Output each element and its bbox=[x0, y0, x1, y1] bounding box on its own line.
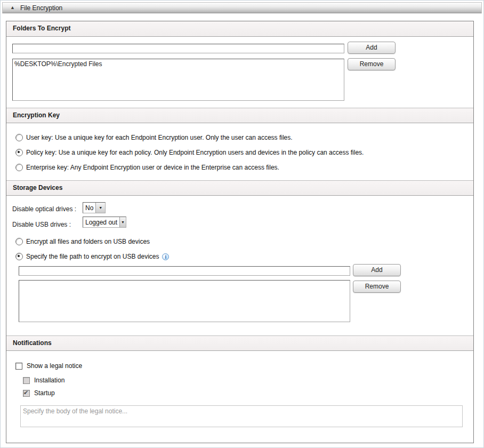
specify-usb-path-radio[interactable] bbox=[15, 253, 23, 260]
chevron-down-icon[interactable]: ▼ bbox=[119, 217, 126, 227]
collapse-triangle-icon[interactable]: ▲ bbox=[10, 5, 15, 10]
usb-path-input[interactable] bbox=[19, 266, 350, 276]
policy-key-radio[interactable] bbox=[15, 149, 23, 156]
show-legal-notice-checkbox-row[interactable]: Show a legal notice bbox=[15, 362, 82, 370]
specify-usb-path-radio-row[interactable]: Specify the file path to encrypt on USB … bbox=[15, 253, 169, 260]
installation-checkbox bbox=[23, 377, 30, 384]
user-key-radio-row[interactable]: User key: Use a unique key for each Endp… bbox=[15, 134, 293, 141]
info-icon[interactable]: i bbox=[162, 253, 169, 260]
encrypt-all-usb-radio[interactable] bbox=[15, 238, 23, 245]
file-encryption-collapse-bar[interactable]: ▲ File Encryption bbox=[2, 2, 482, 13]
user-key-radio-label: User key: Use a unique key for each Endp… bbox=[26, 134, 293, 141]
startup-label: Startup bbox=[34, 389, 55, 397]
usb-path-add-button[interactable]: Add bbox=[353, 264, 401, 276]
show-legal-notice-checkbox[interactable] bbox=[15, 363, 22, 370]
policy-key-radio-label: Policy key: Use a unique key for each po… bbox=[26, 149, 364, 156]
file-encryption-page: ▲ File Encryption Folders To Encrypt Add… bbox=[0, 0, 484, 448]
folders-listbox[interactable]: %DESKTOP%\Encrypted Files bbox=[12, 59, 344, 101]
folder-path-input[interactable] bbox=[12, 44, 344, 53]
chevron-down-icon[interactable]: ▼ bbox=[95, 203, 105, 213]
disable-optical-drives-label: Disable optical drives : bbox=[12, 205, 76, 213]
encrypt-all-usb-radio-label: Encrypt all files and folders on USB dev… bbox=[26, 238, 150, 245]
installation-label: Installation bbox=[34, 377, 64, 384]
folders-add-button[interactable]: Add bbox=[348, 42, 396, 54]
section-header-encryption-key: Encryption Key bbox=[6, 108, 473, 123]
folders-list-item[interactable]: %DESKTOP%\Encrypted Files bbox=[13, 59, 344, 69]
startup-checkbox-row: ✔ Startup bbox=[23, 389, 55, 397]
check-icon: ✔ bbox=[23, 389, 28, 396]
disable-optical-drives-select[interactable]: No ▼ bbox=[83, 202, 106, 213]
section-header-notifications: Notifications bbox=[6, 335, 473, 351]
specify-usb-path-radio-label: Specify the file path to encrypt on USB … bbox=[26, 253, 159, 260]
section-header-folders: Folders To Encrypt bbox=[6, 21, 473, 37]
installation-checkbox-row: Installation bbox=[23, 377, 64, 384]
folders-remove-button[interactable]: Remove bbox=[348, 58, 396, 70]
enterprise-key-radio-label: Enterprise key: Any Endpoint Encryption … bbox=[26, 164, 279, 171]
user-key-radio[interactable] bbox=[15, 134, 23, 141]
disable-usb-drives-select[interactable]: Logged out ▼ bbox=[83, 217, 126, 228]
usb-path-remove-button[interactable]: Remove bbox=[353, 281, 401, 293]
disable-usb-drives-value: Logged out bbox=[83, 219, 119, 226]
section-header-storage-devices: Storage Devices bbox=[6, 180, 473, 196]
policy-key-radio-row[interactable]: Policy key: Use a unique key for each po… bbox=[15, 149, 364, 156]
page-title: File Encryption bbox=[20, 4, 62, 12]
enterprise-key-radio[interactable] bbox=[15, 164, 23, 171]
file-encryption-panel: Folders To Encrypt Add %DESKTOP%\Encrypt… bbox=[6, 21, 474, 443]
startup-checkbox: ✔ bbox=[23, 390, 30, 397]
enterprise-key-radio-row[interactable]: Enterprise key: Any Endpoint Encryption … bbox=[15, 164, 279, 171]
legal-notice-body-textarea[interactable] bbox=[20, 405, 463, 427]
disable-optical-drives-value: No bbox=[83, 204, 95, 212]
usb-path-listbox[interactable] bbox=[19, 280, 350, 322]
encrypt-all-usb-radio-row[interactable]: Encrypt all files and folders on USB dev… bbox=[15, 238, 150, 245]
disable-usb-drives-label: Disable USB drives : bbox=[12, 221, 71, 228]
show-legal-notice-label: Show a legal notice bbox=[27, 362, 82, 370]
